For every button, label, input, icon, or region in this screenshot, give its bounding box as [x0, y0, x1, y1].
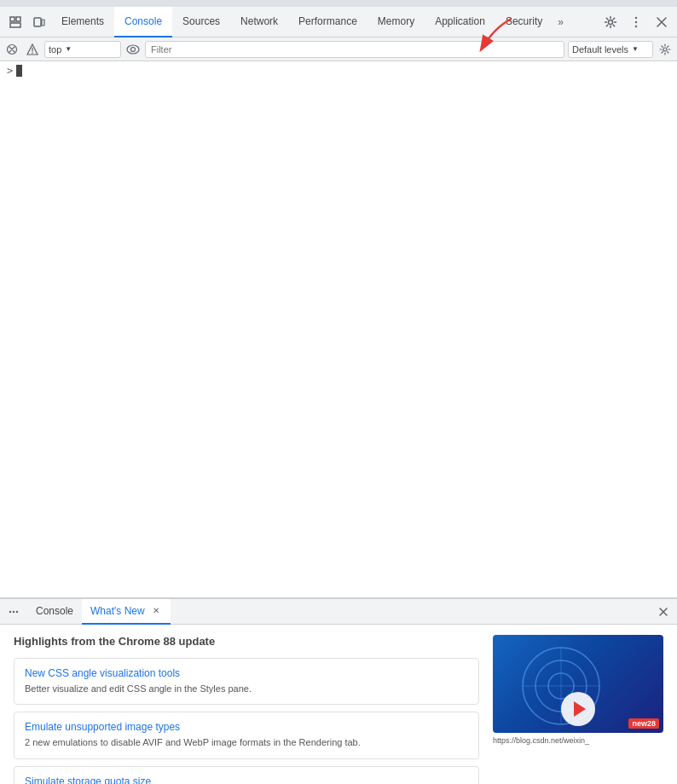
devtools-tab-bar: Elements Console Sources Network Perform…: [0, 7, 677, 37]
settings-icon[interactable]: [599, 10, 622, 34]
svg-point-8: [635, 25, 637, 26]
device-toolbar-icon[interactable]: [27, 10, 51, 34]
feature-title-storage-quota: Simulate storage quota size: [25, 775, 468, 784]
svg-point-13: [127, 45, 139, 54]
bottom-tab-bar: Console What's New ✕: [0, 599, 677, 625]
svg-rect-1: [10, 23, 20, 27]
svg-point-17: [9, 610, 11, 612]
feature-card-storage-quota[interactable]: Simulate storage quota size: [14, 766, 479, 784]
bottom-panel-icon[interactable]: [3, 602, 24, 622]
levels-dropdown-arrow: ▼: [632, 45, 639, 53]
context-dropdown-arrow: ▼: [65, 45, 72, 53]
close-devtools-icon[interactable]: [650, 10, 674, 34]
tab-console[interactable]: Console: [114, 7, 172, 37]
feature-desc-css-angle: Better visualize and edit CSS angle in t…: [25, 683, 468, 695]
svg-rect-4: [42, 20, 44, 26]
svg-point-18: [13, 610, 14, 612]
whats-new-right-column: new28 https://blog.csdn.net/weixin_: [493, 635, 663, 781]
tab-sources[interactable]: Sources: [172, 7, 230, 37]
tab-performance[interactable]: Performance: [288, 7, 367, 37]
svg-point-15: [663, 48, 667, 51]
feature-desc-image-types: 2 new emulations to disable AVIF and Web…: [25, 736, 468, 749]
clear-console-icon[interactable]: [3, 41, 20, 58]
tab-network[interactable]: Network: [230, 7, 288, 37]
video-url-text: https://blog.csdn.net/weixin_: [493, 736, 663, 745]
filter-input[interactable]: [145, 41, 564, 58]
svg-point-5: [609, 20, 613, 24]
stop-on-exception-icon[interactable]: [24, 41, 41, 58]
video-new-badge: new28: [628, 718, 659, 729]
video-play-button[interactable]: [561, 692, 595, 726]
more-tabs-button[interactable]: »: [553, 10, 569, 34]
svg-point-12: [32, 52, 33, 54]
whats-new-tab-close[interactable]: ✕: [150, 605, 162, 616]
toolbar-right-icons: [599, 10, 674, 34]
svg-rect-0: [10, 17, 14, 21]
svg-point-19: [16, 610, 18, 612]
console-cursor: [16, 65, 22, 77]
tab-security[interactable]: Security: [495, 7, 553, 37]
video-thumbnail[interactable]: new28: [493, 635, 663, 733]
bottom-panel: Console What's New ✕ Highlights from the…: [0, 598, 677, 784]
tab-memory[interactable]: Memory: [367, 7, 425, 37]
inspect-element-icon[interactable]: [3, 10, 27, 34]
log-levels-dropdown[interactable]: Default levels ▼: [568, 41, 653, 58]
whats-new-left-column: Highlights from the Chrome 88 update New…: [14, 635, 479, 781]
console-input-line[interactable]: >: [0, 61, 677, 80]
console-settings-icon[interactable]: [657, 41, 674, 58]
svg-point-7: [635, 20, 637, 22]
svg-rect-3: [34, 18, 41, 26]
feature-title-css-angle: New CSS angle visualization tools: [25, 667, 468, 679]
more-options-icon[interactable]: [624, 10, 648, 34]
tab-elements[interactable]: Elements: [51, 7, 114, 37]
tab-application[interactable]: Application: [425, 7, 495, 37]
console-prompt: >: [7, 65, 13, 77]
filter-toolbar: top ▼ Default levels ▼: [0, 37, 677, 61]
svg-point-14: [131, 47, 136, 51]
whats-new-panel: Highlights from the Chrome 88 update New…: [0, 625, 677, 784]
close-bottom-panel-icon[interactable]: [653, 602, 674, 622]
bottom-tab-whats-new[interactable]: What's New ✕: [82, 599, 171, 625]
feature-card-image-types[interactable]: Emulate unsupported image types 2 new em…: [14, 712, 479, 758]
feature-card-css-angle[interactable]: New CSS angle visualization tools Better…: [14, 658, 479, 705]
bottom-tab-console[interactable]: Console: [27, 599, 82, 625]
console-main-area: >: [0, 61, 677, 598]
svg-point-6: [635, 16, 637, 18]
whats-new-heading: Highlights from the Chrome 88 update: [14, 635, 479, 648]
show-console-sidebar-icon[interactable]: [124, 41, 142, 58]
video-circle-deco: [501, 643, 621, 729]
svg-rect-2: [16, 17, 20, 21]
feature-title-image-types: Emulate unsupported image types: [25, 721, 468, 733]
play-triangle-icon: [574, 701, 586, 717]
context-selector[interactable]: top ▼: [44, 41, 121, 58]
